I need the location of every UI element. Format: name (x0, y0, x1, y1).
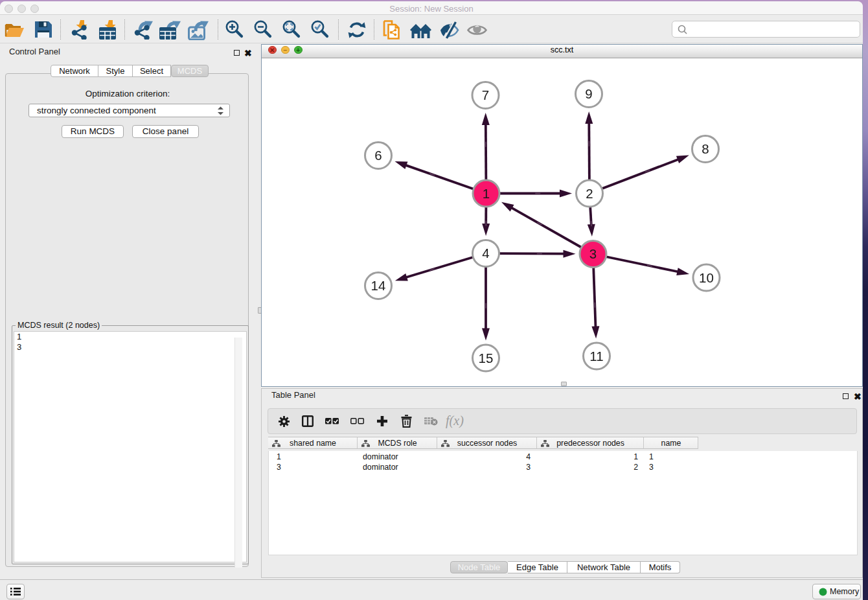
svg-text:10: 10 (699, 270, 714, 284)
svg-text:1: 1 (483, 185, 490, 200)
svg-text:2: 2 (586, 185, 593, 200)
svg-text:9: 9 (585, 86, 592, 101)
svg-text:14: 14 (371, 278, 386, 293)
svg-text:15: 15 (479, 350, 494, 365)
svg-text:3: 3 (589, 246, 597, 261)
svg-text:6: 6 (374, 148, 382, 163)
svg-text:7: 7 (482, 87, 489, 102)
svg-text:8: 8 (702, 141, 709, 156)
svg-text:4: 4 (482, 246, 489, 260)
svg-text:11: 11 (589, 348, 603, 363)
